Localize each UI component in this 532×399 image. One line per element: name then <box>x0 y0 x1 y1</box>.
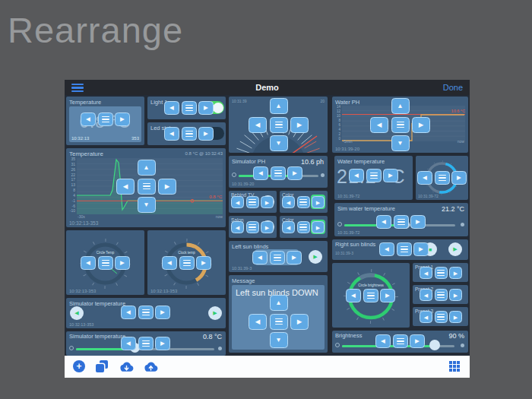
done-button[interactable]: Done <box>443 83 463 92</box>
move-right-button[interactable]: ▶ <box>198 101 214 115</box>
move-handle-button[interactable] <box>271 166 286 180</box>
widget-temperature-value[interactable]: Temperature 0.8 °C 10:32:13 353 ◀▶ <box>66 97 144 145</box>
move-right-button[interactable]: ▶ <box>290 314 309 330</box>
move-handle-button[interactable] <box>98 112 113 126</box>
move-left-button[interactable]: ◀ <box>420 289 432 301</box>
move-left-button[interactable]: ◀ <box>370 117 388 133</box>
play-button[interactable]: ▶ <box>448 242 462 256</box>
move-left-button[interactable]: ◀ <box>121 306 136 319</box>
move-handle-button[interactable] <box>435 311 448 323</box>
play-button[interactable]: ▶ <box>309 250 322 264</box>
widget-left-sun-blinds[interactable]: Left sun blinds ◀▶ ▶ 10:31:39-3 <box>229 241 328 272</box>
widget-color-top[interactable]: Color ◀▶ <box>280 191 328 213</box>
widget-behind-tv[interactable]: Behind TV ◀▶ <box>229 191 277 213</box>
cloud-download-button[interactable] <box>119 361 135 372</box>
widget-color-bottom[interactable]: Color ◀▶ <box>280 216 328 238</box>
move-handle-button[interactable] <box>363 289 378 302</box>
move-up-button[interactable]: ▲ <box>391 98 410 114</box>
widget-gauge[interactable]: 10:31:39 20 ▲◀▶▼ <box>229 97 328 153</box>
move-right-button[interactable]: ▶ <box>287 166 302 180</box>
move-handle-button[interactable] <box>435 289 448 301</box>
move-left-button[interactable]: ◀ <box>116 179 135 195</box>
widget-preset-3[interactable]: Preset 3 ◀▶ <box>413 307 468 326</box>
move-left-button[interactable]: ◀ <box>231 196 244 208</box>
step-up-button[interactable]: ▶ <box>208 306 222 320</box>
move-handle-button[interactable] <box>138 179 156 195</box>
slider-thumb[interactable] <box>429 340 440 350</box>
move-right-button[interactable]: ▶ <box>410 215 426 229</box>
widget-sim-water-temperature[interactable]: Sim water temperature 21.2 °C ◀▶ 10:31:3… <box>334 203 468 236</box>
widget-water-temp-circle[interactable]: 10:31:39-72 ◀▶ <box>416 156 468 200</box>
move-up-button[interactable]: ▲ <box>270 98 288 114</box>
move-right-button[interactable]: ▶ <box>449 267 462 279</box>
move-right-button[interactable]: ▶ <box>196 256 211 270</box>
widget-circle-temp[interactable]: Circle Temp ◀▶ 10:32:13-353 <box>66 230 144 295</box>
move-right-button[interactable]: ▶ <box>290 117 309 133</box>
move-left-button[interactable]: ◀ <box>420 311 432 323</box>
move-left-button[interactable]: ◀ <box>282 196 295 208</box>
move-right-button[interactable]: ▶ <box>261 221 274 233</box>
move-handle-button[interactable] <box>98 256 113 270</box>
widget-led-status[interactable]: Led status ◀▶ <box>147 122 226 145</box>
widget-right-sun-blinds[interactable]: Right sun blinds 10:31:39-3 ◀▶ ■ ▶ <box>332 239 468 260</box>
move-handle-button[interactable] <box>138 306 154 319</box>
move-left-button[interactable]: ◀ <box>379 242 394 256</box>
move-right-button[interactable]: ▶ <box>158 179 176 195</box>
move-handle-button[interactable] <box>246 196 259 208</box>
copy-button[interactable] <box>96 360 108 372</box>
widget-sim-temp-stepper[interactable]: Simulator temperature ◀ ▶ ◀▶ 10:32:13-35… <box>66 298 226 328</box>
move-left-button[interactable]: ◀ <box>282 221 295 233</box>
move-handle-button[interactable] <box>391 117 410 133</box>
move-handle-button[interactable] <box>297 196 310 208</box>
widget-preset-1[interactable]: Preset 1 ◀▶ <box>413 263 468 282</box>
move-right-button[interactable]: ▶ <box>155 306 170 319</box>
move-right-button[interactable]: ▶ <box>412 117 430 133</box>
add-widget-button[interactable]: + <box>73 360 85 372</box>
move-left-button[interactable]: ◀ <box>252 251 268 264</box>
move-left-button[interactable]: ◀ <box>164 101 179 115</box>
move-right-button[interactable]: ▶ <box>413 242 429 256</box>
move-down-button[interactable]: ▼ <box>138 197 156 213</box>
move-right-button[interactable]: ▶ <box>449 289 462 301</box>
grid-button[interactable] <box>449 361 460 372</box>
widget-brightness[interactable]: Brightness 90 % ◀▶ <box>332 331 468 353</box>
move-up-button[interactable]: ▲ <box>270 295 288 311</box>
move-handle-button[interactable] <box>246 221 259 233</box>
move-right-button[interactable]: ▶ <box>115 256 130 270</box>
step-down-button[interactable]: ◀ <box>70 306 84 320</box>
move-left-button[interactable]: ◀ <box>81 256 96 270</box>
move-left-button[interactable]: ◀ <box>81 112 96 126</box>
move-right-button[interactable]: ▶ <box>287 251 302 264</box>
widget-water-temperature[interactable]: Water temperature 21.2 °C 10:31:39-72 ◀▶ <box>334 156 413 200</box>
move-down-button[interactable]: ▼ <box>391 135 410 151</box>
widget-salon[interactable]: Salon ◀▶ <box>229 216 277 238</box>
move-handle-button[interactable] <box>394 215 409 229</box>
cloud-upload-button[interactable] <box>143 361 159 372</box>
widget-message[interactable]: Message Left sun blinds DOWN ▲◀▶▼ <box>229 275 328 353</box>
move-right-button[interactable]: ▶ <box>261 196 274 208</box>
move-right-button[interactable]: ▶ <box>451 171 467 185</box>
move-right-button[interactable]: ▶ <box>410 334 425 348</box>
move-down-button[interactable]: ▼ <box>270 135 288 151</box>
move-right-button[interactable]: ▶ <box>155 337 170 350</box>
move-handle-button[interactable] <box>435 171 450 185</box>
widget-light1[interactable]: Light 1 ◀▶ <box>147 97 226 119</box>
move-handle-button[interactable] <box>182 127 197 141</box>
move-handle-button[interactable] <box>182 101 197 115</box>
move-left-button[interactable]: ◀ <box>249 117 267 133</box>
move-handle-button[interactable] <box>270 117 288 133</box>
move-left-button[interactable]: ◀ <box>417 171 432 185</box>
move-handle-button[interactable] <box>393 334 408 348</box>
move-left-button[interactable]: ◀ <box>249 314 267 330</box>
move-left-button[interactable]: ◀ <box>376 215 391 229</box>
move-left-button[interactable]: ◀ <box>420 267 432 279</box>
widget-clock-temp[interactable]: Clock temp ◀▶ 10:32:13-353 <box>147 230 226 295</box>
move-handle-button[interactable] <box>366 169 382 182</box>
move-left-button[interactable]: ◀ <box>349 169 364 182</box>
move-right-button[interactable]: ▶ <box>312 196 325 208</box>
move-handle-button[interactable] <box>138 337 154 350</box>
move-handle-button[interactable] <box>270 251 285 264</box>
widget-preset-2[interactable]: Preset 2 ◀▶ <box>413 285 468 304</box>
move-left-button[interactable]: ◀ <box>346 289 361 302</box>
move-left-button[interactable]: ◀ <box>231 221 244 233</box>
